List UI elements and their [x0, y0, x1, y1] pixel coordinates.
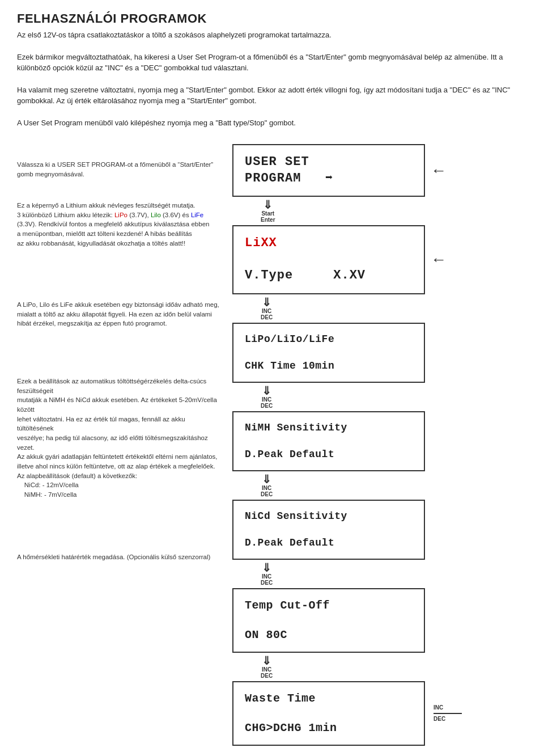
- screen-lixx: LiXX V.Type X.XV ←: [232, 225, 447, 294]
- screen-user-set-line1: USER SET: [245, 154, 413, 171]
- screen-temp: Temp Cut-Off ON 80C: [232, 588, 425, 653]
- intro-p1: Az első 12V-os tápra csatlakoztatáskor a…: [17, 29, 527, 41]
- screen-nimh-line2: D.Peak Default: [245, 448, 413, 461]
- screen-nicd-line2: D.Peak Default: [245, 537, 413, 550]
- screen-lipo-line1: LiPo/LiIo/LiFe: [245, 333, 413, 346]
- screen-waste-line1: Waste Time: [245, 691, 413, 706]
- screen-lipo-line2: CHK Time 10min: [245, 360, 413, 373]
- desc-temp: A hőmérsékleti határérték megadása. (Opc…: [17, 547, 221, 612]
- inc-dec-3: ⇓ INC DEC: [261, 474, 273, 497]
- screen-waste: Waste Time CHG>DCHG 1min INC DEC: [232, 681, 462, 746]
- page-title: FELHASZNÁLÓI PROGRAMOK: [17, 11, 527, 26]
- screen-lipo: LiPo/LiIo/LiFe CHK Time 10min: [232, 323, 425, 383]
- screen-nimh: NiMH Sensitivity D.Peak Default: [232, 411, 425, 471]
- intro-p3: Ha valamit meg szeretne változtatni, nyo…: [17, 85, 527, 107]
- desc-nimh: Ezek a beállítások az automatikus töltöt…: [17, 371, 221, 547]
- screen-nicd-line1: NiCd Sensitivity: [245, 510, 413, 523]
- screen-nicd: NiCd Sensitivity D.Peak Default: [232, 500, 425, 560]
- intro-p2: Ezek bármikor megváltoztathatóak, ha kik…: [17, 52, 527, 74]
- arrow-left-1: ←: [431, 162, 447, 180]
- screen-nimh-line1: NiMH Sensitivity: [245, 421, 413, 434]
- arrow-left-2: ←: [431, 251, 447, 269]
- screen-lixx-line1: LiXX: [245, 235, 413, 252]
- inc-dec-4: ⇓ INC DEC: [261, 562, 273, 586]
- desc-lixx: Ez a képernyő a Lithium akkuk névleges f…: [17, 195, 221, 294]
- screen-user-set: USER SET PROGRAM ➡ ←: [232, 144, 447, 197]
- start-enter-connector: ⇓ Start Enter: [261, 199, 275, 223]
- desc-lipo: A LiPo, Lilo és LiFe akkuk esetében egy …: [17, 294, 221, 371]
- screen-waste-line2: CHG>DCHG 1min: [245, 721, 413, 736]
- desc-user-set: Válassza ki a USER SET PROGRAM-ot a főme…: [17, 144, 221, 195]
- screen-user-set-line2: PROGRAM ➡: [245, 171, 413, 187]
- screen-temp-line1: Temp Cut-Off: [245, 598, 413, 613]
- inc-dec-2: ⇓ INC DEC: [261, 385, 273, 409]
- desc-waste: Ha a ciklikus töltést-kisütést használja…: [17, 754, 221, 756]
- intro-p4: A User Set Program menüből való kilépésh…: [17, 117, 527, 129]
- inc-dec-1: ⇓ INC DEC: [261, 297, 273, 320]
- screen-lixx-line2: V.Type X.XV: [245, 268, 413, 284]
- right-inc-dec: INC DEC: [434, 704, 462, 723]
- inc-dec-5: ⇓ INC DEC: [261, 655, 273, 679]
- screen-temp-line2: ON 80C: [245, 628, 413, 643]
